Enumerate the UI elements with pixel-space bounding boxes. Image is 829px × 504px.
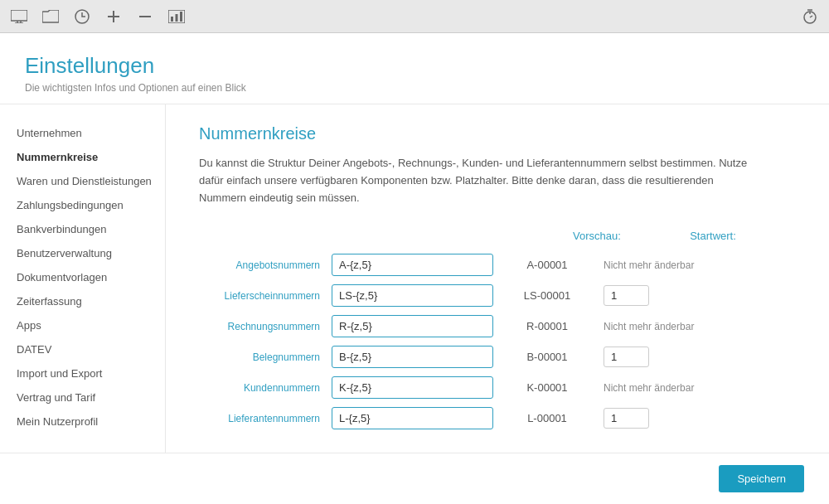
- timer-icon[interactable]: [801, 7, 819, 26]
- content-area: UnternehmenNummernkreiseWaren und Dienst…: [0, 104, 829, 453]
- col-header-startwert: Startwert:: [647, 230, 779, 250]
- field-startwert-2: Nicht mehr änderbar: [597, 317, 763, 336]
- section-desc: Du kannst die Struktur Deiner Angebots-,…: [199, 155, 763, 206]
- sidebar-item-nummernkreise[interactable]: Nummernkreise: [0, 145, 165, 169]
- field-input-3[interactable]: [332, 346, 493, 368]
- sidebar-item-dokumentvorlagen[interactable]: Dokumentvorlagen: [0, 265, 165, 289]
- page-subtitle: Die wichtigsten Infos und Optionen auf e…: [25, 82, 804, 94]
- field-label-3: Belegnummern: [199, 348, 332, 366]
- remove-icon[interactable]: [136, 7, 154, 26]
- field-row-3: BelegnummernB-00001: [199, 342, 796, 371]
- page-footer: Speichern: [0, 453, 829, 504]
- field-input-1[interactable]: [332, 284, 493, 307]
- section-title: Nummernkreise: [199, 124, 796, 143]
- field-input-5[interactable]: [332, 407, 493, 429]
- field-preview-5: L-00001: [497, 409, 597, 428]
- sidebar: UnternehmenNummernkreiseWaren und Dienst…: [0, 104, 166, 453]
- history-icon[interactable]: [73, 7, 91, 26]
- sidebar-item-import-export[interactable]: Import und Export: [0, 361, 165, 385]
- field-row-2: RechnungsnummernR-00001Nicht mehr änderb…: [199, 312, 796, 341]
- svg-line-14: [810, 16, 812, 17]
- sidebar-item-benutzerverwaltung[interactable]: Benutzerverwaltung: [0, 241, 165, 265]
- field-startwert-5: [597, 405, 763, 432]
- sidebar-item-waren[interactable]: Waren und Dienstleistungen: [0, 169, 165, 193]
- svg-rect-9: [171, 17, 173, 22]
- field-preview-3: B-00001: [497, 347, 597, 366]
- field-startwert-4: Nicht mehr änderbar: [597, 379, 763, 397]
- col-header-vorschau: Vorschau:: [547, 230, 647, 250]
- sidebar-item-apps[interactable]: Apps: [0, 313, 165, 337]
- form-grid: Vorschau: Startwert:: [199, 230, 779, 250]
- main-content: Nummernkreise Du kannst die Struktur Dei…: [166, 104, 829, 453]
- svg-rect-0: [11, 10, 27, 21]
- sidebar-item-unternehmen[interactable]: Unternehmen: [0, 121, 165, 145]
- field-label-5: Lieferantennummern: [199, 410, 332, 428]
- screen-icon[interactable]: [10, 7, 28, 26]
- field-startwert-3: [597, 343, 763, 371]
- sidebar-item-zeiterfassung[interactable]: Zeiterfassung: [0, 289, 165, 313]
- sidebar-item-zahlungsbedingungen[interactable]: Zahlungsbedingungen: [0, 193, 165, 217]
- startwert-input-5[interactable]: [604, 408, 649, 429]
- svg-rect-10: [176, 14, 178, 22]
- field-row-4: KundennummernK-00001Nicht mehr änderbar: [199, 373, 796, 402]
- field-row-1: LieferscheinnummernLS-00001: [199, 281, 796, 310]
- sidebar-item-vertrag-tarif[interactable]: Vertrag und Tarif: [0, 385, 165, 410]
- sidebar-item-datev[interactable]: DATEV: [0, 337, 165, 361]
- main-wrapper: Einstellungen Die wichtigsten Infos und …: [0, 33, 829, 504]
- page-title: Einstellungen: [25, 53, 804, 79]
- svg-rect-11: [180, 12, 182, 22]
- toolbar: [0, 0, 829, 33]
- save-button[interactable]: Speichern: [719, 465, 804, 492]
- fields-container: AngebotsnummernA-00001Nicht mehr änderba…: [199, 250, 796, 433]
- startwert-input-3[interactable]: [604, 346, 649, 367]
- field-input-2[interactable]: [332, 315, 493, 337]
- field-preview-4: K-00001: [497, 378, 597, 397]
- field-row-0: AngebotsnummernA-00001Nicht mehr änderba…: [199, 250, 796, 279]
- add-icon[interactable]: [104, 7, 123, 26]
- folder-icon[interactable]: [41, 7, 60, 26]
- field-label-0: Angebotsnummern: [199, 256, 332, 274]
- startwert-input-1[interactable]: [604, 285, 649, 306]
- field-startwert-1: [597, 282, 763, 309]
- field-input-0[interactable]: [332, 254, 493, 276]
- field-row-5: LieferantennummernL-00001: [199, 404, 796, 433]
- chart-icon[interactable]: [167, 7, 186, 26]
- field-label-4: Kundennummern: [199, 379, 332, 397]
- sidebar-item-bankverbindungen[interactable]: Bankverbindungen: [0, 217, 165, 241]
- field-preview-2: R-00001: [497, 317, 597, 336]
- field-preview-1: LS-00001: [497, 286, 597, 305]
- field-startwert-0: Nicht mehr änderbar: [597, 256, 763, 274]
- field-preview-0: A-00001: [497, 255, 597, 274]
- field-label-2: Rechnungsnummern: [199, 317, 332, 336]
- field-label-1: Lieferscheinnummern: [199, 287, 332, 305]
- field-input-4[interactable]: [332, 376, 493, 399]
- page-header: Einstellungen Die wichtigsten Infos und …: [0, 33, 829, 104]
- sidebar-item-nutzerprofil[interactable]: Mein Nutzerprofil: [0, 410, 165, 434]
